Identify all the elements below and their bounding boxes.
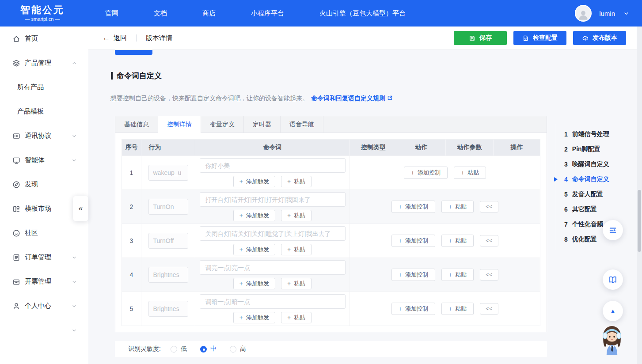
sensitivity-label: 识别灵敏度: xyxy=(128,345,161,353)
assistant-mascot[interactable] xyxy=(596,322,627,356)
header-actions: 保存检查配置发布版本 xyxy=(454,31,626,45)
add-trigger-button[interactable]: +添加触发 xyxy=(233,312,275,323)
add-control-button[interactable]: +添加控制 xyxy=(404,167,448,179)
paste-trigger-button[interactable]: +粘贴 xyxy=(281,210,312,221)
clipped-button[interactable] xyxy=(115,49,152,55)
sensitivity-option-1[interactable]: 中 xyxy=(200,345,217,353)
add-control-button[interactable]: +添加控制 xyxy=(391,303,435,315)
step-5[interactable]: 5发音人配置 xyxy=(556,187,609,202)
user-avatar[interactable] xyxy=(575,5,592,22)
add-control-button[interactable]: +添加控制 xyxy=(391,269,435,281)
radio-icon[interactable] xyxy=(230,346,236,353)
command-input[interactable] xyxy=(200,226,346,241)
sidebar-item-10[interactable]: 开票管理 xyxy=(0,269,88,294)
home-icon xyxy=(12,35,20,43)
brand-logo[interactable]: 智能公元 — smartpi.cn — xyxy=(20,5,65,22)
paste-control-button[interactable]: +粘贴 xyxy=(441,303,474,315)
rules-link[interactable]: 命令词和回复语自定义规则 xyxy=(311,95,393,102)
tab-4[interactable]: 语音导航 xyxy=(281,116,323,133)
tab-3[interactable]: 定时器 xyxy=(244,116,281,133)
tab-1[interactable]: 控制详情 xyxy=(158,116,201,133)
behavior-input[interactable] xyxy=(148,301,188,317)
sidebar-item-0[interactable]: 首页 xyxy=(0,27,88,51)
command-cell: +添加触发+粘贴 xyxy=(195,224,350,258)
check-config-button[interactable]: 检查配置 xyxy=(513,31,566,45)
behavior-input[interactable] xyxy=(148,267,188,283)
add-trigger-button[interactable]: +添加触发 xyxy=(233,176,275,187)
command-input[interactable] xyxy=(200,158,346,173)
sensitivity-option-0[interactable]: 低 xyxy=(171,345,187,353)
add-control-button[interactable]: +添加控制 xyxy=(391,235,435,247)
sidebar-collapse-button[interactable]: « xyxy=(73,196,88,221)
step-7[interactable]: 7个性化音频 xyxy=(556,217,609,232)
command-input[interactable] xyxy=(200,260,346,275)
sidebar-item-5[interactable]: 智能体 xyxy=(0,148,88,172)
sidebar-item-1[interactable]: 产品管理 xyxy=(0,51,88,75)
command-input[interactable] xyxy=(200,294,346,309)
publish-icon xyxy=(582,35,589,42)
command-input[interactable] xyxy=(200,192,346,207)
community-icon xyxy=(12,229,20,237)
sidebar-item-11[interactable]: 个人中心 xyxy=(0,294,88,318)
paste-control-button[interactable]: +粘贴 xyxy=(441,201,474,213)
behavior-input[interactable] xyxy=(148,165,188,181)
collapse-row-button[interactable]: << xyxy=(480,269,498,281)
add-trigger-button[interactable]: +添加触发 xyxy=(233,278,275,289)
step-3[interactable]: 3唤醒词自定义 xyxy=(556,157,609,172)
sidebar-item-label: 通讯协议 xyxy=(25,132,51,140)
sidebar-item-extra[interactable] xyxy=(0,318,88,342)
nav-item-2[interactable]: 商店 xyxy=(202,9,216,18)
step-8[interactable]: 8优化配置 xyxy=(556,232,609,247)
nav-item-4[interactable]: 火山引擎（豆包大模型）平台 xyxy=(319,9,406,18)
add-trigger-button[interactable]: +添加触发 xyxy=(233,210,275,221)
col-header-6: 操作 xyxy=(494,140,540,155)
col-header-1: 行为 xyxy=(141,140,195,155)
step-4[interactable]: 4命令词自定义 xyxy=(556,172,609,187)
nav-item-0[interactable]: 官网 xyxy=(105,9,118,18)
step-1[interactable]: 1前端信号处理 xyxy=(556,127,609,142)
scrollbar-thumb[interactable] xyxy=(638,190,641,252)
paste-trigger-button[interactable]: +粘贴 xyxy=(281,312,312,323)
docs-float-button[interactable] xyxy=(603,269,623,290)
paste-trigger-button[interactable]: +粘贴 xyxy=(281,278,312,289)
tab-2[interactable]: 变量定义 xyxy=(201,116,244,133)
tab-0[interactable]: 基础信息 xyxy=(115,116,158,133)
paste-control-button[interactable]: +粘贴 xyxy=(441,235,474,247)
toc-float-button[interactable] xyxy=(603,220,623,240)
config-steps-nav: 1前端信号处理2Pin脚配置3唤醒词自定义4命令词自定义5发音人配置6其它配置7… xyxy=(556,124,609,250)
sidebar-item-4[interactable]: 通讯协议 xyxy=(0,124,88,148)
paste-control-button[interactable]: +粘贴 xyxy=(441,269,474,281)
sidebar-item-2[interactable]: 所有产品 xyxy=(0,75,88,99)
nav-item-3[interactable]: 小程序平台 xyxy=(251,9,284,18)
radio-icon[interactable] xyxy=(200,346,207,353)
command-cell: +添加触发+粘贴 xyxy=(195,292,350,326)
sidebar-item-8[interactable]: 社区 xyxy=(0,221,88,245)
save-button[interactable]: 保存 xyxy=(454,31,507,45)
sidebar-item-6[interactable]: 发现 xyxy=(0,172,88,197)
section-description: 想要控制自己的设备，快来配置自定义命令词吧，让你的设备智能起来。 命令词和回复语… xyxy=(110,95,393,102)
table-row: 4+添加触发+粘贴+添加控制+粘贴<< xyxy=(122,258,540,292)
collapse-row-button[interactable]: << xyxy=(480,235,498,246)
back-to-top-button[interactable]: ▲ xyxy=(603,301,623,321)
behavior-input[interactable] xyxy=(148,233,188,249)
radio-icon[interactable] xyxy=(171,346,177,353)
back-button[interactable]: ← 返回 xyxy=(103,34,127,42)
username[interactable]: lumin xyxy=(599,10,615,17)
collapse-row-button[interactable]: << xyxy=(480,201,498,212)
paste-trigger-button[interactable]: +粘贴 xyxy=(281,244,312,255)
collapse-row-button[interactable]: << xyxy=(480,303,498,315)
add-control-button[interactable]: +添加控制 xyxy=(391,201,435,213)
sidebar-item-9[interactable]: 订单管理 xyxy=(0,245,88,269)
nav-item-1[interactable]: 文档 xyxy=(154,9,167,18)
add-trigger-button[interactable]: +添加触发 xyxy=(233,244,275,255)
publish-button[interactable]: 发布版本 xyxy=(573,31,626,45)
user-chevron-down-icon[interactable] xyxy=(623,10,630,17)
sensitivity-option-2[interactable]: 高 xyxy=(230,345,246,353)
step-6[interactable]: 6其它配置 xyxy=(556,202,609,217)
step-2[interactable]: 2Pin脚配置 xyxy=(556,142,609,157)
behavior-input[interactable] xyxy=(148,199,188,215)
actions-cell: +添加控制+粘贴<< xyxy=(350,292,540,326)
paste-trigger-button[interactable]: +粘贴 xyxy=(281,176,312,187)
sidebar-item-3[interactable]: 产品模板 xyxy=(0,99,88,124)
paste-control-button[interactable]: +粘贴 xyxy=(454,167,486,179)
